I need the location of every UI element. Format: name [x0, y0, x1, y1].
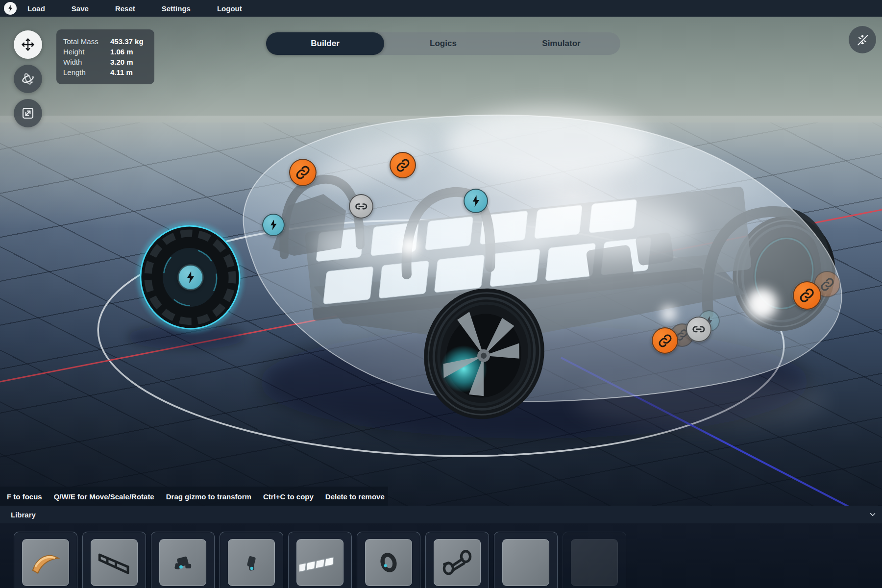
battery-tiles-icon	[299, 542, 341, 583]
link-horizontal-icon	[354, 199, 368, 214]
stat-label: Total Mass	[63, 37, 110, 46]
motor-ring-icon	[368, 542, 409, 583]
wheelrig-thumbnail	[159, 539, 206, 586]
link-icon	[295, 165, 311, 180]
lightning-icon	[267, 219, 280, 231]
viewport-vignette	[0, 17, 882, 506]
library-item-frame[interactable]: Frame	[82, 532, 146, 588]
library-header[interactable]: Library	[0, 506, 882, 523]
move-tool-button[interactable]	[14, 30, 42, 59]
snap-off-icon	[856, 33, 869, 47]
body-thumbnail	[22, 539, 69, 586]
battery-thumbnail	[296, 539, 343, 586]
tab-builder[interactable]: Builder	[266, 32, 384, 55]
link-badge[interactable]	[793, 281, 821, 310]
loose-link-badge[interactable]	[349, 194, 373, 219]
scale-tool-button[interactable]	[14, 99, 42, 127]
wheel-rig-icon	[162, 542, 203, 583]
stat-label: Width	[63, 58, 110, 66]
power-badge[interactable]	[464, 189, 488, 213]
frame-thumbnail	[91, 539, 138, 586]
power-badge[interactable]	[178, 265, 203, 290]
library-collapse-toggle[interactable]	[868, 510, 877, 521]
library-panel: Body Frame WheelRigL WheelRigR	[0, 523, 882, 588]
stat-label: Length	[63, 68, 110, 76]
menu-item-settings[interactable]: Settings	[162, 4, 191, 13]
menu-item-reset[interactable]: Reset	[115, 4, 135, 13]
power-badge[interactable]	[262, 214, 285, 236]
wheelframe-thumbnail	[434, 539, 481, 586]
move-icon	[20, 37, 36, 52]
library-item-wheelrigl[interactable]: WheelRigL	[151, 532, 215, 588]
wheelrig-thumbnail	[228, 539, 275, 586]
lightning-icon	[183, 270, 198, 285]
stat-row: Width 3.20 m	[63, 58, 147, 66]
rotate-tool-button[interactable]	[14, 65, 42, 93]
empty-thumbnail	[571, 539, 618, 586]
menu-item-save[interactable]: Save	[72, 4, 89, 13]
link-icon	[799, 287, 815, 303]
loose-link-badge[interactable]	[686, 317, 711, 342]
menu-item-load[interactable]: Load	[27, 4, 45, 13]
hint-item: Ctrl+C to copy	[263, 492, 314, 501]
vehicle-builder-app: Load Save Reset Settings Logout Total Ma…	[0, 0, 882, 588]
framestepped-thumbnail	[502, 539, 549, 586]
library-item-wheelrigr[interactable]: WheelRigR	[220, 532, 283, 588]
link-badge[interactable]	[652, 327, 678, 354]
link-badge[interactable]	[390, 152, 416, 178]
library-item-framestepped[interactable]: FrameStepped	[494, 532, 558, 588]
wheel-rig-icon	[231, 542, 272, 583]
frame-icon	[94, 542, 135, 583]
stat-label: Height	[63, 48, 110, 56]
stat-row: Length 4.11 m	[63, 68, 147, 76]
library-item-motormodule[interactable]: MotorModule	[357, 532, 420, 588]
stat-row: Total Mass 453.37 kg	[63, 37, 147, 46]
rotate-icon	[20, 71, 36, 87]
main-menu: Load Save Reset Settings Logout	[27, 4, 242, 13]
library-card-row: Body Frame WheelRigL WheelRigR	[0, 532, 882, 588]
chevron-down-icon	[868, 510, 877, 519]
link-icon	[820, 277, 835, 292]
menu-item-logout[interactable]: Logout	[217, 4, 242, 13]
stat-value: 4.11 m	[110, 68, 133, 76]
lightning-icon	[469, 194, 483, 208]
wheel-frame-icon	[437, 542, 478, 583]
shortcut-hint-bar: F to focus Q/W/E for Move/Scale/Rotate D…	[0, 487, 388, 506]
app-logo	[4, 2, 17, 15]
library-item-wheelframe[interactable]: WheelFrame	[425, 532, 489, 588]
transform-toolbar	[14, 30, 42, 133]
hint-item: F to focus	[7, 492, 42, 501]
link-icon	[658, 333, 673, 348]
stat-value: 453.37 kg	[110, 37, 144, 46]
mode-tabs: Builder Logics Simulator	[266, 32, 620, 55]
vehicle-stats-panel: Total Mass 453.37 kg Height 1.06 m Width…	[56, 29, 154, 84]
library-item-partial[interactable]	[563, 532, 626, 588]
stat-value: 3.20 m	[110, 58, 133, 66]
hint-item: Drag gizmo to transform	[166, 492, 251, 501]
hint-item: Q/W/E for Move/Scale/Rotate	[54, 492, 154, 501]
snap-toggle-button[interactable]	[849, 26, 876, 53]
bolt-logo-icon	[6, 4, 14, 12]
stat-value: 1.06 m	[110, 48, 133, 56]
link-horizontal-icon	[691, 322, 706, 337]
link-badge[interactable]	[289, 159, 317, 186]
library-item-body[interactable]: Body	[14, 532, 77, 588]
tab-logics[interactable]: Logics	[384, 32, 502, 55]
tab-simulator[interactable]: Simulator	[502, 32, 620, 55]
library-title: Library	[11, 511, 36, 519]
top-menu-bar: Load Save Reset Settings Logout	[0, 0, 882, 17]
link-icon	[395, 158, 411, 173]
car-body-icon	[25, 542, 66, 583]
hint-item: Delete to remove	[325, 492, 385, 501]
stat-row: Height 1.06 m	[63, 48, 147, 56]
scale-icon	[21, 106, 35, 121]
library-item-battery[interactable]: Battery	[288, 532, 352, 588]
motormodule-thumbnail	[365, 539, 412, 586]
